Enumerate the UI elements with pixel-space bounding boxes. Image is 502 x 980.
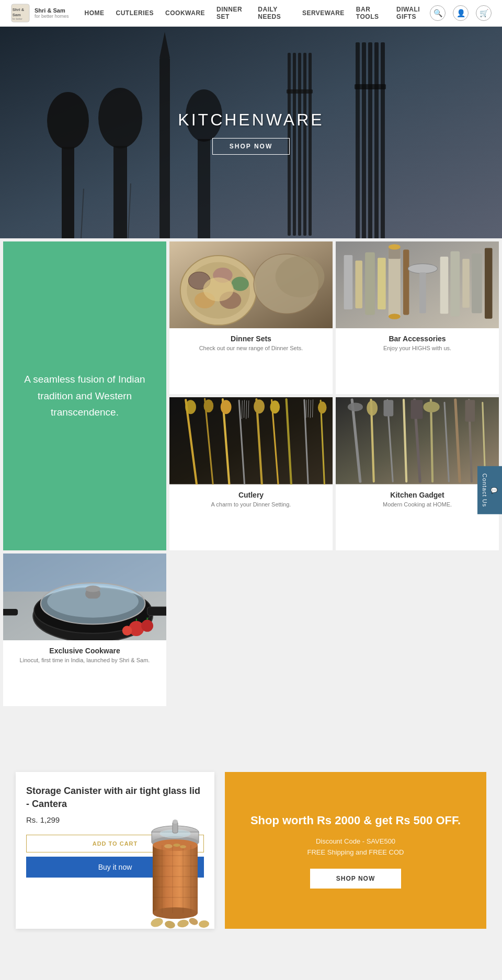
svg-rect-23 [381, 42, 385, 238]
dinner-sets-card[interactable]: Dinner Sets Check out our new range of D… [169, 241, 333, 394]
svg-rect-20 [362, 42, 366, 238]
promo-card: Shop worth Rs 2000 & get Rs 500 OFF. Dis… [225, 772, 486, 929]
cutlery-info2: Cutlery A charm to your Dinner Setting. [169, 485, 333, 514]
cutlery-desc2: A charm to your Dinner Setting. [176, 501, 326, 508]
exc-cookware-card[interactable]: Exclusive Cookware Linocut, first time i… [3, 554, 166, 706]
svg-point-5 [47, 92, 89, 149]
svg-point-196 [180, 845, 186, 848]
nav-link-serveware[interactable]: SERVEWARE [302, 9, 345, 17]
svg-rect-114 [450, 251, 460, 317]
svg-rect-104 [355, 260, 362, 308]
bottom-section: Storage Canister with air tight glass li… [0, 772, 502, 950]
svg-point-202 [188, 917, 199, 926]
contact-us-tab[interactable]: 💬 Contact Us [477, 466, 502, 514]
svg-point-169 [85, 585, 100, 592]
exc-cookware-img [3, 554, 166, 640]
svg-point-118 [389, 314, 401, 319]
svg-point-203 [198, 920, 209, 928]
bar-acc-title: Bar Accessories [342, 335, 493, 343]
svg-point-123 [367, 401, 378, 416]
svg-point-109 [389, 244, 401, 249]
tagline-text2: A seamless fusion of Indian tradition an… [16, 371, 154, 420]
svg-rect-24 [355, 84, 386, 89]
svg-point-160 [318, 402, 327, 414]
dinner-sets-desc: Check out our new range of Dinner Sets. [176, 345, 326, 351]
hero-title: KITCHENWARE [178, 110, 324, 130]
promo-shipping-label: FREE Shipping and FREE COD [307, 848, 404, 856]
hero-shop-now-button[interactable]: SHOP NOW [212, 138, 290, 155]
nav-link-diwali-gifts[interactable]: DIWALI GIFTS [396, 6, 430, 20]
svg-rect-116 [472, 253, 482, 313]
exc-cookware-title: Exclusive Cookware [9, 647, 160, 655]
svg-point-99 [203, 278, 233, 302]
svg-rect-8 [113, 146, 127, 238]
svg-point-200 [164, 920, 176, 929]
svg-point-101 [276, 256, 325, 297]
svg-point-198 [173, 820, 178, 824]
svg-rect-112 [419, 272, 426, 313]
logo[interactable]: Shri & Sam for better Shri & Sam for bet… [10, 3, 69, 23]
cutlery-card[interactable]: Cutlery A charm to your Dinner Setting. [169, 397, 333, 550]
contact-label: Contact Us [482, 473, 488, 506]
promo-discount-code: Discount Code - SAVE500 [316, 837, 395, 845]
svg-point-130 [423, 402, 439, 413]
svg-rect-105 [365, 252, 375, 315]
hero-banner: KITCHENWARE SHOP NOW [0, 27, 502, 238]
bar-accessories-card[interactable]: Bar Accessories Enjoy your HIGHS with us… [336, 241, 499, 394]
account-button[interactable]: 👤 [453, 5, 469, 21]
nav-link-cookware[interactable]: COOKWARE [165, 9, 205, 17]
nav-link-daily-needs[interactable]: DAILY NEEDS [258, 6, 291, 20]
svg-point-96 [232, 277, 249, 291]
svg-rect-18 [287, 89, 313, 94]
svg-rect-106 [378, 258, 386, 309]
cutlery-img [169, 397, 333, 484]
promo-headline: Shop worth Rs 2000 & get Rs 500 OFF. [250, 813, 461, 829]
bar-acc-desc: Enjoy your HIGHS with us. [342, 345, 493, 351]
contact-icon: 💬 [491, 486, 498, 493]
search-button[interactable]: 🔍 [430, 5, 446, 21]
kitchen-gadget-info: Kitchen Gadget Modern Cooking at HOME. [336, 485, 499, 514]
svg-point-194 [164, 844, 173, 848]
promo-shop-now-button[interactable]: SHOP NOW [310, 869, 401, 889]
nav-link-cutleries[interactable]: CUTLERIES [116, 9, 154, 17]
nav-link-bar-tools[interactable]: BAR TOOLS [356, 6, 385, 20]
svg-point-152 [270, 401, 280, 414]
bar-acc-img [336, 241, 499, 328]
svg-text:Shri &: Shri & [13, 7, 25, 12]
nav-links: HOMECUTLERIESCOOKWAREDINNER SETDAILY NEE… [85, 6, 430, 20]
svg-point-174 [141, 620, 153, 632]
svg-text:Sam: Sam [13, 13, 21, 17]
kitchen-gadget-card[interactable]: Kitchen Gadget Modern Cooking at HOME. [336, 397, 499, 550]
svg-text:for better: for better [13, 18, 22, 20]
navbar: Shri & Sam for better Shri & Sam for bet… [0, 0, 502, 27]
svg-rect-134 [465, 400, 475, 422]
exc-cookware-info: Exclusive Cookware Linocut, first time i… [3, 640, 166, 670]
canister-svg [131, 814, 220, 929]
svg-point-7 [98, 88, 142, 148]
logo-sub: for better homes [35, 14, 69, 19]
hero-content: KITCHENWARE SHOP NOW [178, 110, 324, 155]
svg-point-195 [173, 844, 180, 847]
logo-name: Shri & Sam [35, 7, 69, 14]
svg-rect-6 [62, 147, 74, 238]
cart-button[interactable]: 🛒 [476, 5, 492, 21]
svg-point-199 [150, 917, 164, 929]
categories-grid: Dinner Sets Check out our new range of D… [0, 238, 502, 709]
kitchen-gadget-img [336, 397, 499, 484]
nav-link-home[interactable]: HOME [85, 9, 105, 17]
kitchen-gadget-title: Kitchen Gadget [342, 491, 493, 499]
svg-rect-22 [374, 42, 379, 238]
svg-rect-117 [485, 248, 493, 318]
svg-rect-125 [384, 400, 394, 417]
tagline-box: A seamless fusion of Indian tradition an… [3, 241, 166, 550]
svg-rect-170 [147, 607, 166, 616]
svg-rect-113 [440, 257, 449, 314]
svg-point-201 [177, 919, 189, 928]
nav-link-dinner-set[interactable]: DINNER SET [216, 6, 246, 20]
kitchen-gadget-desc: Modern Cooking at HOME. [342, 501, 493, 508]
svg-point-139 [185, 400, 196, 414]
product-popup-card: Storage Canister with air tight glass li… [16, 772, 214, 929]
svg-point-121 [348, 403, 363, 412]
svg-rect-19 [356, 42, 360, 238]
dinner-sets-img [169, 241, 333, 328]
